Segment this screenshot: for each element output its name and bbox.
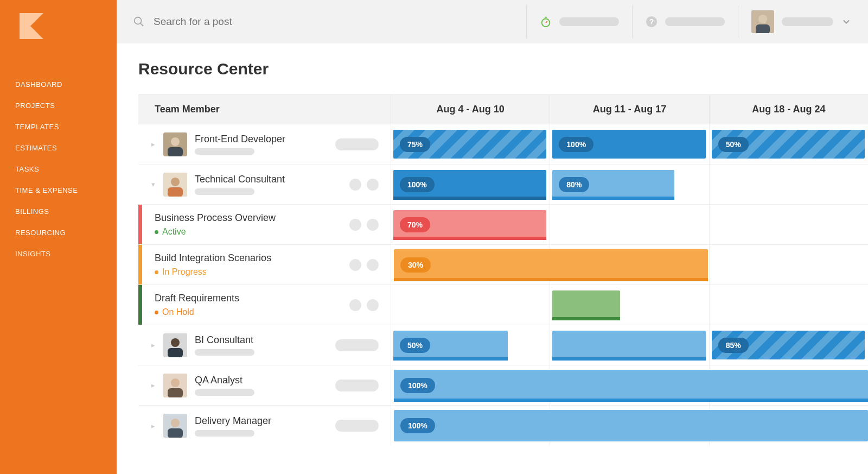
allocation-badge: 100% bbox=[400, 418, 435, 433]
allocation-badge: 85% bbox=[718, 338, 749, 353]
task-title: Draft Requirements bbox=[155, 293, 239, 304]
allocation-badge: 100% bbox=[559, 137, 593, 152]
placeholder-pill bbox=[559, 17, 619, 26]
task-title: Build Integration Scenarios bbox=[155, 252, 271, 264]
resource-row: ▸ QA Analyst 100% bbox=[138, 365, 868, 406]
action-pill[interactable] bbox=[367, 259, 379, 271]
resource-row: ▸ Front-End Developer 75% 100% 50% bbox=[138, 124, 868, 165]
task-cell[interactable]: Draft Requirements On Hold bbox=[138, 285, 391, 325]
nav-projects[interactable]: PROJECTS bbox=[0, 95, 117, 116]
svg-point-12 bbox=[171, 137, 180, 146]
caret-right-icon: ▸ bbox=[150, 381, 156, 389]
member-title: Delivery Manager bbox=[195, 415, 271, 427]
allocation-bar[interactable] bbox=[552, 290, 620, 319]
svg-point-24 bbox=[171, 419, 180, 427]
svg-rect-25 bbox=[168, 428, 183, 438]
action-pill[interactable] bbox=[367, 179, 379, 191]
allocation-badge: 80% bbox=[559, 177, 589, 192]
placeholder-pill bbox=[195, 430, 254, 437]
svg-rect-13 bbox=[168, 147, 183, 156]
member-title: Front-End Developer bbox=[195, 134, 285, 145]
nav-resourcing[interactable]: RESOURCING bbox=[0, 222, 117, 243]
nav-time-expense[interactable]: TIME & EXPENSE bbox=[0, 180, 117, 201]
svg-line-4 bbox=[546, 21, 547, 23]
member-cell[interactable]: ▾ Technical Consultant bbox=[138, 165, 391, 204]
nav-templates[interactable]: TEMPLATES bbox=[0, 116, 117, 137]
svg-point-1 bbox=[135, 17, 142, 24]
nav-billings[interactable]: BILLINGS bbox=[0, 201, 117, 222]
svg-point-9 bbox=[758, 15, 767, 23]
topbar: ? bbox=[117, 0, 868, 43]
nav-dashboard[interactable]: DASHBOARD bbox=[0, 74, 117, 95]
chevron-down-icon bbox=[841, 16, 852, 27]
task-cell[interactable]: Build Integration Scenarios In Progress bbox=[138, 245, 391, 285]
action-pill[interactable] bbox=[367, 219, 379, 231]
member-avatar bbox=[163, 333, 187, 357]
placeholder-pill bbox=[195, 188, 254, 195]
allocation-badge: 100% bbox=[400, 177, 435, 192]
action-pill[interactable] bbox=[335, 380, 379, 391]
placeholder-pill bbox=[782, 17, 833, 26]
search-icon bbox=[133, 16, 145, 28]
member-title: QA Analyst bbox=[195, 375, 254, 386]
help-widget[interactable]: ? bbox=[646, 16, 725, 28]
task-row: Draft Requirements On Hold bbox=[138, 285, 868, 325]
svg-text:?: ? bbox=[649, 18, 654, 26]
status-dot-icon bbox=[155, 230, 158, 234]
svg-rect-22 bbox=[168, 388, 183, 397]
svg-point-15 bbox=[171, 178, 180, 186]
nav-estimates[interactable]: ESTIMATES bbox=[0, 137, 117, 159]
action-pill[interactable] bbox=[349, 259, 361, 271]
svg-rect-19 bbox=[168, 348, 183, 357]
svg-point-21 bbox=[171, 378, 180, 387]
member-cell[interactable]: ▸ BI Consultant bbox=[138, 325, 391, 365]
caret-right-icon: ▸ bbox=[150, 422, 156, 430]
user-menu[interactable] bbox=[751, 10, 852, 33]
svg-rect-16 bbox=[168, 187, 183, 197]
action-pill[interactable] bbox=[335, 420, 379, 432]
sidebar-nav: DASHBOARD PROJECTS TEMPLATES ESTIMATES T… bbox=[0, 74, 117, 264]
app-logo-icon bbox=[16, 11, 47, 41]
divider bbox=[632, 5, 633, 38]
member-cell[interactable]: ▸ Delivery Manager bbox=[138, 406, 391, 446]
resource-row: ▸ BI Consultant 50% 85% bbox=[138, 325, 868, 365]
col-header-member: Team Member bbox=[138, 95, 391, 124]
allocation-badge: 30% bbox=[400, 257, 431, 273]
nav-tasks[interactable]: TASKS bbox=[0, 159, 117, 180]
member-avatar bbox=[163, 132, 187, 156]
member-avatar bbox=[163, 374, 187, 397]
placeholder-pill bbox=[665, 17, 725, 26]
allocation-badge: 50% bbox=[718, 137, 749, 152]
user-avatar bbox=[751, 10, 774, 33]
task-row: Build Integration Scenarios In Progress … bbox=[138, 245, 868, 285]
search-input[interactable] bbox=[154, 16, 316, 28]
task-status: In Progress bbox=[155, 267, 271, 277]
resource-grid: Team Member Aug 4 - Aug 10 Aug 11 - Aug … bbox=[138, 94, 868, 446]
action-pill[interactable] bbox=[349, 219, 361, 231]
member-avatar bbox=[163, 414, 187, 438]
action-pill[interactable] bbox=[335, 138, 379, 150]
col-header-week-3: Aug 18 - Aug 24 bbox=[709, 95, 868, 124]
timer-widget[interactable] bbox=[540, 16, 619, 28]
allocation-bar[interactable] bbox=[552, 331, 705, 359]
member-cell[interactable]: ▸ QA Analyst bbox=[138, 365, 391, 405]
task-color-bar bbox=[138, 245, 142, 285]
action-pill[interactable] bbox=[349, 299, 361, 311]
caret-right-icon: ▸ bbox=[150, 341, 156, 349]
svg-point-18 bbox=[171, 338, 180, 347]
allocation-badge: 50% bbox=[400, 338, 430, 353]
member-title: BI Consultant bbox=[195, 334, 254, 346]
col-header-week-1: Aug 4 - Aug 10 bbox=[391, 95, 550, 124]
action-pill[interactable] bbox=[349, 179, 361, 191]
svg-rect-10 bbox=[756, 24, 770, 33]
svg-line-2 bbox=[141, 23, 144, 27]
placeholder-pill bbox=[195, 389, 254, 396]
task-status: On Hold bbox=[155, 307, 239, 317]
member-cell[interactable]: ▸ Front-End Developer bbox=[138, 124, 391, 164]
nav-insights[interactable]: INSIGHTS bbox=[0, 243, 117, 264]
action-pill[interactable] bbox=[335, 339, 379, 351]
action-pill[interactable] bbox=[367, 299, 379, 311]
task-row: Business Process Overview Active 70% bbox=[138, 205, 868, 245]
task-cell[interactable]: Business Process Overview Active bbox=[138, 205, 391, 244]
placeholder-pill bbox=[195, 148, 254, 155]
